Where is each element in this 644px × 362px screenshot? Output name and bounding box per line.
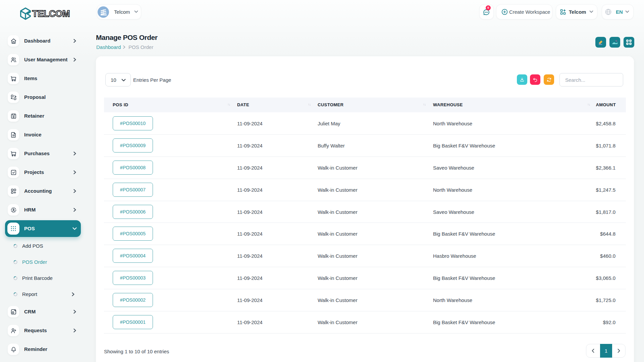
svg-text:TELCOM: TELCOM bbox=[32, 9, 70, 19]
